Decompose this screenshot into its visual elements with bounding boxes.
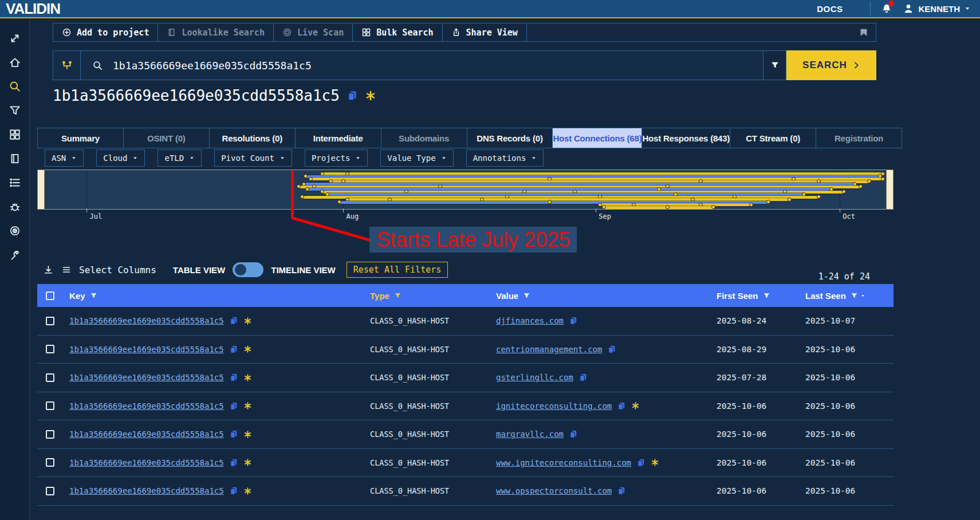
wrench-icon[interactable]	[9, 249, 21, 261]
search-icon[interactable]	[9, 80, 21, 93]
copy-icon[interactable]	[617, 486, 626, 495]
filter-funnel-icon[interactable]	[851, 292, 858, 300]
menu-icon[interactable]	[61, 265, 72, 275]
notifications-bell-icon[interactable]	[881, 3, 892, 14]
copy-icon[interactable]	[617, 401, 626, 411]
annotation-star-icon[interactable]	[365, 90, 376, 101]
target-icon[interactable]	[9, 224, 21, 237]
search-button[interactable]: SEARCH	[786, 50, 876, 80]
row-checkbox[interactable]	[46, 401, 54, 410]
pivot-icon[interactable]	[53, 51, 81, 80]
annotation-star-icon[interactable]	[651, 458, 659, 467]
column-header-key[interactable]: Key	[69, 291, 370, 301]
reset-all-filters-button[interactable]: Reset All Filters	[347, 262, 448, 278]
funnel-icon[interactable]	[9, 104, 21, 117]
filter-pivot-count-dropdown[interactable]: Pivot Count	[214, 149, 292, 167]
home-icon[interactable]	[9, 56, 21, 69]
grid-icon[interactable]	[9, 128, 21, 141]
timeline-brush-handle-right[interactable]	[886, 170, 894, 210]
filter-asn-dropdown[interactable]: ASN	[45, 149, 84, 167]
select-all-checkbox[interactable]	[46, 291, 54, 300]
expand-icon[interactable]	[9, 32, 21, 45]
tab-host-connections-68[interactable]: Host Connections (68)	[553, 128, 642, 148]
key-link[interactable]: 1b1a3566669ee1669e035cdd5558a1c5	[69, 345, 224, 354]
annotation-star-icon[interactable]	[243, 487, 252, 495]
filter-projects-dropdown[interactable]: Projects	[305, 149, 368, 167]
column-header-last-seen[interactable]: Last Seen	[805, 291, 894, 301]
filter-annotations-dropdown[interactable]: Annotations	[466, 149, 544, 167]
filter-funnel-icon[interactable]	[90, 292, 97, 300]
value-link[interactable]: gsterlingllc.com	[496, 373, 573, 382]
key-link[interactable]: 1b1a3566669ee1669e035cdd5558a1c5	[69, 401, 224, 411]
book-icon[interactable]	[9, 152, 21, 165]
key-link[interactable]: 1b1a3566669ee1669e035cdd5558a1c5	[69, 430, 224, 439]
annotation-star-icon[interactable]	[243, 345, 252, 353]
add-to-project-button[interactable]: Add to project	[53, 23, 158, 41]
value-link[interactable]: www.ignitecoreconsulting.com	[496, 458, 631, 467]
share-view-button[interactable]: Share View	[443, 23, 527, 41]
copy-icon[interactable]	[229, 458, 238, 467]
tab-subdomains[interactable]: Subdomains	[381, 128, 467, 148]
copy-icon[interactable]	[229, 430, 238, 439]
key-link[interactable]: 1b1a3566669ee1669e035cdd5558a1c5	[69, 373, 224, 382]
row-checkbox[interactable]	[46, 458, 54, 467]
key-link[interactable]: 1b1a3566669ee1669e035cdd5558a1c5	[69, 486, 224, 495]
key-link[interactable]: 1b1a3566669ee1669e035cdd5558a1c5	[69, 316, 224, 325]
filter-cloud-dropdown[interactable]: Cloud	[96, 149, 145, 167]
view-mode-toggle[interactable]	[233, 262, 263, 277]
annotation-star-icon[interactable]	[631, 401, 640, 410]
column-header-value[interactable]: Value	[496, 291, 717, 301]
tab-host-responses-843[interactable]: Host Responses (843)	[642, 128, 730, 148]
value-link[interactable]: margravllc.com	[496, 430, 564, 439]
filter-funnel-icon[interactable]	[523, 292, 530, 300]
row-checkbox[interactable]	[46, 373, 54, 382]
key-link[interactable]: 1b1a3566669ee1669e035cdd5558a1c5	[69, 458, 224, 467]
annotation-star-icon[interactable]	[243, 458, 252, 467]
docs-link[interactable]: DOCS	[817, 4, 843, 14]
value-link[interactable]: ignitecoreconsulting.com	[496, 401, 612, 411]
value-link[interactable]: www.opspectorconsult.com	[496, 486, 612, 495]
copy-icon[interactable]	[578, 373, 588, 382]
tab-osint-0[interactable]: OSINT (0)	[124, 128, 210, 148]
filter-funnel-icon[interactable]	[763, 292, 770, 300]
annotation-star-icon[interactable]	[243, 401, 252, 410]
copy-icon[interactable]	[229, 486, 238, 495]
copy-icon[interactable]	[569, 316, 578, 325]
value-link[interactable]: djfinances.com	[496, 316, 564, 325]
tab-dns-records-0[interactable]: DNS Records (0)	[467, 128, 553, 148]
bug-icon[interactable]	[9, 200, 21, 213]
filter-etld-dropdown[interactable]: eTLD	[158, 149, 202, 167]
annotation-star-icon[interactable]	[243, 317, 252, 325]
annotation-star-icon[interactable]	[243, 430, 252, 439]
bookmark-icon[interactable]	[859, 27, 869, 38]
timeline-brush-handle-left[interactable]	[37, 170, 45, 210]
tab-ct-stream-0[interactable]: CT Stream (0)	[730, 128, 816, 148]
column-header-type[interactable]: Type	[370, 291, 496, 301]
row-checkbox[interactable]	[46, 430, 54, 439]
column-header-first-seen[interactable]: First Seen	[717, 291, 805, 301]
bulk-search-button[interactable]: Bulk Search	[353, 23, 442, 41]
filter-funnel-icon[interactable]	[394, 292, 402, 300]
search-filter-button[interactable]	[763, 50, 786, 80]
list-icon[interactable]	[9, 176, 21, 189]
copy-icon[interactable]	[569, 430, 578, 439]
tab-resolutions-0[interactable]: Resolutions (0)	[210, 128, 296, 148]
user-menu[interactable]: KENNETH	[903, 3, 971, 14]
row-checkbox[interactable]	[46, 317, 54, 325]
tab-registration[interactable]: Registration	[816, 128, 902, 148]
row-checkbox[interactable]	[46, 487, 54, 495]
copy-icon[interactable]	[607, 345, 616, 354]
copy-icon[interactable]	[347, 90, 358, 101]
copy-icon[interactable]	[229, 316, 238, 325]
copy-icon[interactable]	[229, 345, 238, 354]
tab-summary[interactable]: Summary	[38, 128, 124, 148]
copy-icon[interactable]	[636, 458, 646, 467]
copy-icon[interactable]	[229, 373, 238, 382]
annotation-star-icon[interactable]	[243, 373, 252, 382]
select-columns-button[interactable]: Select Columns	[79, 265, 156, 275]
search-input[interactable]: 1b1a3566669ee1669e035cdd5558a1c5	[113, 60, 312, 72]
row-checkbox[interactable]	[46, 345, 54, 353]
download-icon[interactable]	[43, 265, 54, 275]
filter-value-type-dropdown[interactable]: Value Type	[380, 149, 453, 167]
copy-icon[interactable]	[229, 401, 238, 411]
